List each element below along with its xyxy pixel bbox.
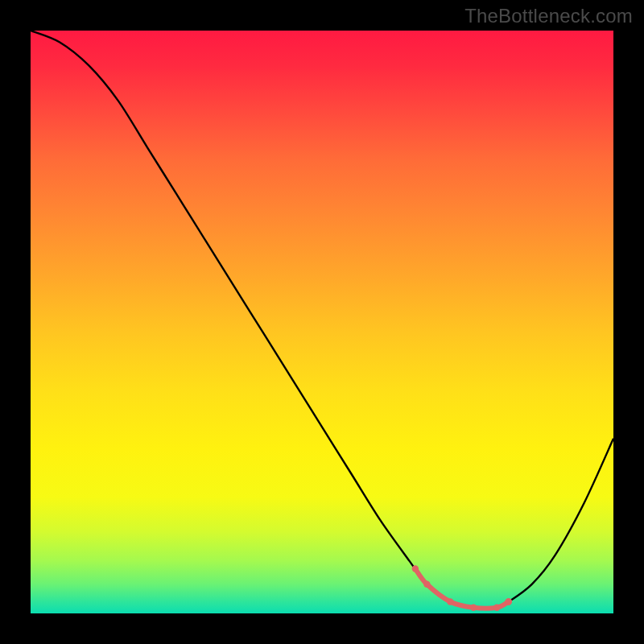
chart-container: TheBottleneck.com xyxy=(0,0,644,644)
highlight-dot xyxy=(447,598,453,605)
highlight-dot xyxy=(412,565,419,572)
curve-overlay xyxy=(31,31,613,613)
highlight-dot xyxy=(423,581,430,588)
highlight-dot xyxy=(470,605,477,611)
bottleneck-highlight-segment xyxy=(415,568,510,608)
highlight-dot xyxy=(493,605,500,611)
bottleneck-curve xyxy=(31,31,613,609)
highlight-dot xyxy=(505,598,511,605)
watermark-text: TheBottleneck.com xyxy=(464,5,633,27)
